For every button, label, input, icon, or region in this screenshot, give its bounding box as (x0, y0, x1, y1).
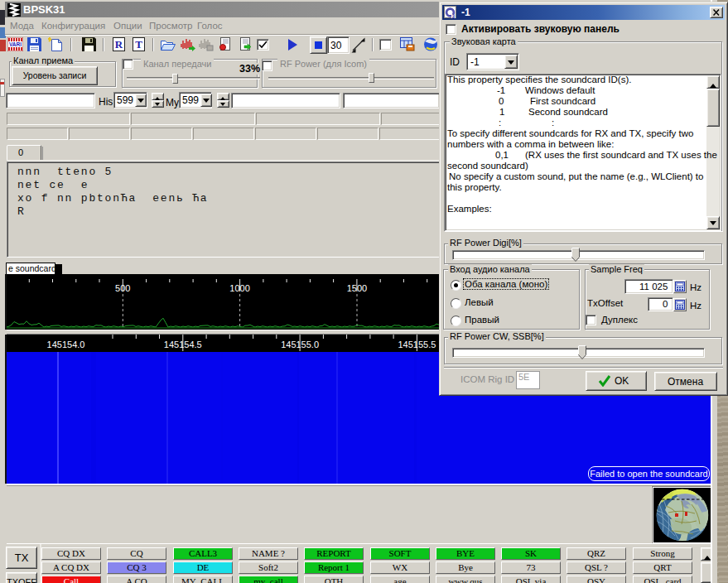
svg-text:T: T (135, 38, 142, 51)
svg-text:145155.0: 145155.0 (281, 340, 319, 349)
svg-text:145155.5: 145155.5 (398, 340, 436, 349)
svg-text:145154.0: 145154.0 (47, 340, 85, 349)
svg-text:145156.5: 145156.5 (632, 340, 670, 349)
svg-text:2500: 2500 (581, 283, 600, 293)
svg-text:R: R (115, 38, 123, 51)
svg-text:145156.0: 145156.0 (515, 340, 553, 349)
svg-text:145154.5: 145154.5 (164, 340, 202, 349)
svg-text:1000: 1000 (229, 283, 249, 293)
svg-text:VARI: VARI (9, 41, 22, 47)
svg-text:500: 500 (115, 283, 130, 293)
svg-text:1500: 1500 (347, 283, 367, 293)
